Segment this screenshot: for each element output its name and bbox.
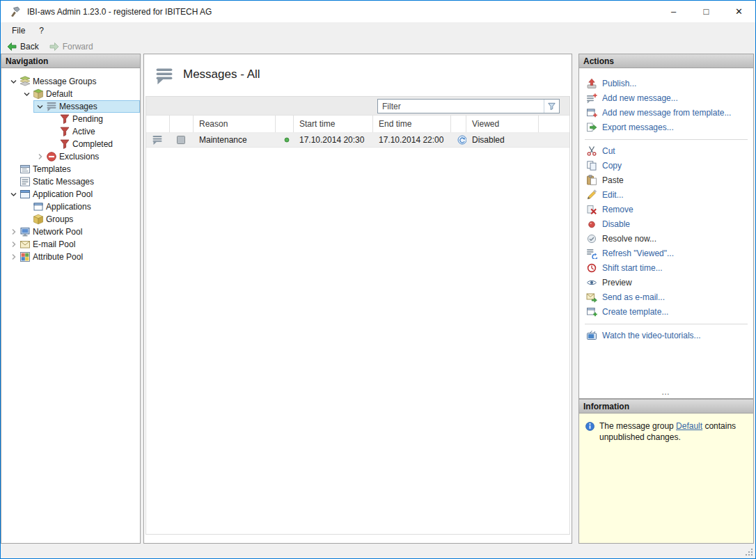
column-header-blank[interactable] bbox=[276, 116, 294, 132]
network-pool-icon bbox=[19, 226, 31, 237]
column-header-blank[interactable] bbox=[170, 116, 194, 132]
disable-icon bbox=[586, 219, 597, 230]
workspace: Navigation Message GroupsDefaultMessages… bbox=[1, 54, 755, 544]
tree-item-applications[interactable]: Applications bbox=[1, 200, 140, 213]
chevron-expanded-icon[interactable] bbox=[21, 88, 33, 100]
tree-item-label: Completed bbox=[72, 139, 116, 149]
tree-item-pending[interactable]: Pending bbox=[1, 113, 140, 125]
action-label: Edit... bbox=[602, 190, 624, 200]
tree-item-label: Groups bbox=[46, 214, 76, 224]
tree-item-network-pool[interactable]: Network Pool bbox=[1, 226, 140, 238]
tree-item-messages[interactable]: Messages bbox=[1, 100, 140, 113]
action-disable[interactable]: Disable bbox=[579, 217, 753, 232]
back-button[interactable]: Back bbox=[6, 41, 39, 52]
action-remove[interactable]: Remove bbox=[579, 203, 753, 217]
close-button[interactable]: ✕ bbox=[723, 1, 755, 22]
app-icon[interactable] bbox=[10, 6, 21, 17]
action-add-new-message[interactable]: Add new message... bbox=[579, 91, 753, 106]
tree-item-groups[interactable]: Groups bbox=[1, 213, 140, 226]
actions-header: Actions bbox=[578, 54, 754, 68]
menu-help[interactable]: ? bbox=[32, 24, 51, 38]
templates-icon bbox=[19, 164, 31, 175]
tree-item-active[interactable]: Active bbox=[1, 125, 140, 138]
action-label: Remove bbox=[602, 205, 633, 214]
cell-viewed: Disabled bbox=[466, 135, 539, 145]
tree-item-label: Messages bbox=[59, 102, 100, 111]
actions-body: Publish...Add new message...Add new mess… bbox=[578, 68, 754, 399]
actions-overflow[interactable]: … bbox=[579, 387, 753, 398]
action-create-template[interactable]: Create template... bbox=[579, 305, 753, 320]
chevron-expanded-icon[interactable] bbox=[8, 189, 19, 200]
tree-item-templates[interactable]: Templates bbox=[1, 163, 140, 175]
filter-input[interactable] bbox=[378, 100, 544, 113]
tree-item-label: Applications bbox=[46, 202, 94, 212]
action-label: Shift start time... bbox=[602, 263, 663, 273]
menu-file[interactable]: File bbox=[5, 24, 32, 38]
chevron-expanded-icon[interactable] bbox=[8, 76, 19, 87]
tree-item-static-messages[interactable]: Static Messages bbox=[1, 175, 140, 188]
filter-band bbox=[146, 97, 569, 116]
tree-item-exclusions[interactable]: Exclusions bbox=[1, 150, 140, 163]
action-label: Export messages... bbox=[602, 123, 674, 132]
tree-item-row: Active bbox=[47, 125, 140, 138]
forward-button[interactable]: Forward bbox=[49, 41, 93, 52]
action-edit[interactable]: Edit... bbox=[579, 188, 753, 203]
column-header-end-time[interactable]: End time bbox=[373, 116, 451, 132]
chevron-collapsed-icon[interactable] bbox=[8, 226, 19, 237]
remove-icon bbox=[586, 204, 597, 215]
tree-item-e-mail-pool[interactable]: E-mail Pool bbox=[1, 238, 140, 251]
action-cut[interactable]: Cut bbox=[579, 144, 753, 159]
action-watch-the-video-tutorials[interactable]: Watch the video-tutorials... bbox=[579, 329, 753, 343]
navigation-tree: Message GroupsDefaultMessagesPendingActi… bbox=[1, 68, 141, 544]
edit-icon bbox=[586, 189, 597, 200]
column-header-viewed[interactable]: Viewed bbox=[466, 116, 539, 132]
navigation-header: Navigation bbox=[1, 54, 141, 68]
tree-item-default[interactable]: Default bbox=[1, 88, 140, 100]
action-publish[interactable]: Publish... bbox=[579, 77, 753, 91]
application-pool-icon bbox=[19, 189, 31, 200]
resize-grip-icon[interactable] bbox=[743, 546, 754, 557]
column-header-start-time[interactable]: Start time bbox=[294, 116, 373, 132]
tree-item-application-pool[interactable]: Application Pool bbox=[1, 188, 140, 200]
action-preview[interactable]: Preview bbox=[579, 276, 753, 290]
action-label: Cut bbox=[602, 146, 615, 156]
tree-item-completed[interactable]: Completed bbox=[1, 138, 140, 150]
cut-icon bbox=[586, 145, 597, 157]
default-group-link[interactable]: Default bbox=[676, 421, 702, 431]
action-export-messages[interactable]: Export messages... bbox=[579, 120, 753, 135]
column-header-reason[interactable]: Reason bbox=[194, 116, 276, 132]
chevron-expanded-icon[interactable] bbox=[34, 101, 46, 112]
cell-start-time: 17.10.2014 20:30 bbox=[294, 135, 373, 145]
table-row[interactable]: Maintenance17.10.2014 20:3017.10.2014 22… bbox=[146, 133, 569, 148]
action-send-as-e-mail[interactable]: Send as e-mail... bbox=[579, 290, 753, 305]
minimize-button[interactable]: – bbox=[657, 1, 690, 22]
chevron-collapsed-icon[interactable] bbox=[8, 251, 19, 262]
expander-spacer bbox=[8, 164, 19, 175]
chevron-collapsed-icon[interactable] bbox=[8, 239, 19, 250]
cell-reason: Maintenance bbox=[194, 135, 276, 145]
action-add-new-message-from-template[interactable]: Add new message from template... bbox=[579, 106, 753, 120]
maximize-button[interactable]: □ bbox=[690, 1, 723, 22]
tree-item-message-groups[interactable]: Message Groups bbox=[1, 75, 140, 88]
chevron-collapsed-icon[interactable] bbox=[34, 151, 46, 162]
tree-item-row: Applications bbox=[20, 200, 140, 213]
resolve-icon bbox=[586, 233, 597, 244]
divider bbox=[585, 324, 748, 324]
statusbar bbox=[1, 544, 755, 558]
filter-icon bbox=[59, 113, 70, 125]
action-paste[interactable]: Paste bbox=[579, 173, 753, 188]
action-shift-start-time[interactable]: Shift start time... bbox=[579, 261, 753, 276]
column-header-blank[interactable] bbox=[451, 116, 466, 132]
action-resolve-now[interactable]: Resolve now... bbox=[579, 232, 753, 246]
column-header-blank[interactable] bbox=[146, 116, 170, 132]
tree-item-attribute-pool[interactable]: Attribute Pool bbox=[1, 251, 140, 263]
action-copy[interactable]: Copy bbox=[579, 159, 753, 173]
information-text: The message group Default contains unpub… bbox=[599, 421, 748, 443]
filter-funnel-button[interactable] bbox=[544, 100, 559, 113]
action-refresh-viewed[interactable]: Refresh "Viewed"... bbox=[579, 246, 753, 261]
action-label: Send as e-mail... bbox=[602, 292, 665, 302]
tree-item-label: Message Groups bbox=[33, 77, 99, 86]
add-from-template-icon bbox=[586, 107, 597, 118]
menubar: File ? bbox=[1, 22, 755, 39]
group-icon bbox=[33, 88, 44, 100]
